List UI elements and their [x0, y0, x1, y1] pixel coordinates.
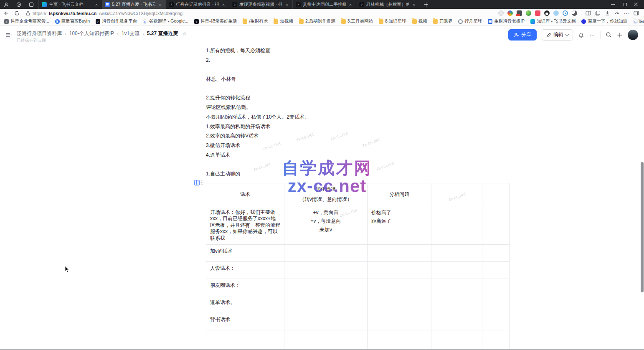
doc-paragraph[interactable]: 林总、小林哥 — [206, 74, 509, 84]
browser-tab[interactable]: 主页 - 飞书云文档 — [38, 0, 102, 9]
doc-paragraph[interactable]: 3.微信开场话术 — [206, 141, 509, 150]
search-icon[interactable] — [606, 32, 612, 38]
doc-more-icon[interactable] — [589, 32, 595, 38]
table-cell[interactable] — [431, 279, 482, 296]
table-cell[interactable] — [482, 296, 510, 313]
table-cell[interactable] — [482, 206, 510, 245]
edit-mode-button[interactable]: 编辑 — [542, 29, 573, 41]
table-cell[interactable] — [482, 245, 510, 262]
extension-icon-blue[interactable] — [553, 10, 559, 16]
table-cell[interactable]: 背书话术 — [206, 313, 284, 330]
doc-paragraph[interactable]: 4.逼单话术 — [206, 150, 509, 160]
table-cell[interactable] — [431, 296, 482, 313]
table-cell[interactable] — [284, 262, 368, 279]
table-cell[interactable] — [482, 262, 510, 279]
table-cell[interactable] — [368, 296, 431, 313]
bookmark-item[interactable]: 抖音创作服务平台 — [96, 18, 137, 24]
notification-bell-icon[interactable] — [578, 32, 584, 38]
tab-close-icon[interactable] — [94, 2, 99, 7]
maximize-button[interactable] — [619, 0, 631, 9]
extension-icon-red-badge[interactable] — [517, 10, 522, 16]
table-cell[interactable] — [431, 330, 482, 339]
doc-paragraph[interactable]: 评论区线索私信戳。 — [206, 103, 509, 112]
table-cell[interactable] — [206, 339, 284, 350]
favorite-star-icon[interactable]: ☆ — [182, 30, 187, 37]
browser-tab[interactable]: 贵州中达同创二手挖机的抖音 - — [292, 0, 356, 9]
tab-search-icon[interactable] — [28, 2, 34, 8]
bookmark-item[interactable]: 视频 — [412, 18, 427, 24]
browser-tab[interactable]: 君林机械（林标军）的抖音 - 抖... — [356, 0, 419, 9]
table-cell[interactable]: 人设话术： — [206, 262, 284, 279]
bookmark-item[interactable]: 百度一下，你就知道 — [581, 18, 627, 24]
tab-close-icon[interactable] — [348, 2, 353, 7]
page-scrollbar[interactable] — [641, 162, 644, 292]
doc-paragraph[interactable]: 2.提升你的转化流程 — [206, 93, 509, 103]
table-cell[interactable] — [368, 339, 431, 350]
table-cell[interactable] — [482, 313, 510, 330]
refresh-icon[interactable] — [14, 10, 20, 16]
bookmark-item[interactable]: 开眼界 — [433, 18, 453, 24]
table-cell[interactable] — [431, 262, 482, 279]
browser-essentials-icon[interactable] — [614, 10, 620, 16]
doc-paragraph[interactable] — [206, 65, 509, 74]
extension-icon-target[interactable] — [563, 10, 568, 16]
tab-close-icon[interactable] — [284, 2, 289, 7]
doc-paragraph[interactable]: 2. — [206, 56, 509, 65]
table-cell[interactable] — [431, 245, 482, 262]
bookmark-item[interactable]: 3.工具类网站 — [341, 18, 373, 24]
browser-avatar-icon[interactable] — [498, 10, 504, 16]
doc-paragraph[interactable]: 1.自己主动聊的 — [206, 169, 509, 179]
table-cell[interactable] — [284, 339, 368, 350]
table-cell[interactable]: +v，意向高 +v，每没意向 未加v — [284, 206, 368, 245]
bookmark-item[interactable]: 巨量百应Buyin — [55, 18, 90, 24]
bookmark-item[interactable]: 短视频 — [274, 18, 293, 24]
breadcrumb-item[interactable]: 1v1交流 — [122, 30, 139, 37]
doc-paragraph[interactable]: 1.效率最高的私戳的开场话术 — [206, 122, 509, 132]
download-icon[interactable] — [604, 10, 610, 16]
tab-close-icon[interactable] — [411, 2, 416, 7]
table-cell[interactable] — [368, 279, 431, 296]
doc-paragraph[interactable] — [206, 160, 509, 169]
doc-paragraph[interactable]: 1.所有的挖机，每天必须检查 — [206, 46, 509, 56]
bookmarks-overflow-icon[interactable] — [636, 19, 641, 23]
address-bar[interactable]: https://lspknkwu7b.feishu.cn/wiki/CZ1YwN… — [26, 11, 183, 16]
extension-icon-colorwheel[interactable] — [507, 10, 513, 16]
bookmark-item[interactable]: 行舟星球 — [458, 18, 482, 24]
table-cell[interactable] — [431, 313, 482, 330]
table-cell[interactable] — [284, 313, 368, 330]
table-cell[interactable] — [368, 262, 431, 279]
document-canvas[interactable]: 1.所有的挖机，每天必须检查 2. 林总、小林哥 2.提升你的转化流程 评论区线… — [0, 45, 644, 350]
table-cell[interactable] — [431, 339, 482, 350]
extension-icon-pink[interactable] — [535, 10, 540, 16]
bookmark-item[interactable]: 2.后期制作资源 — [299, 18, 335, 24]
table-cell[interactable]: 加v的话术 — [206, 245, 284, 262]
table-cell[interactable] — [482, 183, 510, 206]
bookmark-item[interactable]: 谷歌翻译 - Google... — [143, 18, 188, 24]
table-cell[interactable]: 价格高了 距离远了 — [368, 206, 431, 245]
tab-close-icon[interactable] — [157, 2, 162, 7]
bookmark-item[interactable]: 生财抖音老板IP — [488, 18, 525, 24]
extension-icon-panda[interactable] — [544, 10, 550, 16]
sidebar-toggle-icon[interactable] — [6, 32, 12, 38]
new-tab-button[interactable] — [422, 0, 430, 9]
table-cell[interactable] — [482, 330, 510, 339]
bookmark-item[interactable]: /生财有术 — [243, 18, 268, 24]
workspaces-icon[interactable] — [16, 2, 22, 8]
table-cell[interactable]: 转化情况 （转v情况、意向情况） — [284, 183, 368, 206]
share-button[interactable]: 分享 — [508, 29, 537, 41]
dark-mode-icon[interactable] — [572, 10, 577, 16]
breadcrumb-item[interactable]: 100-个人知识付费IP — [69, 30, 114, 37]
user-avatar[interactable] — [628, 30, 638, 40]
table-cell[interactable] — [431, 183, 482, 206]
table-cell[interactable] — [482, 279, 510, 296]
table-cell[interactable]: 话术 — [206, 183, 284, 206]
table-cell[interactable] — [284, 245, 368, 262]
table-cell[interactable] — [368, 245, 431, 262]
close-window-button[interactable] — [631, 0, 644, 9]
bookmark-item[interactable]: 8.知识星球 — [379, 18, 406, 24]
table-cell[interactable] — [284, 279, 368, 296]
split-screen-icon[interactable] — [585, 10, 591, 16]
table-cell[interactable] — [368, 313, 431, 330]
bookmark-item[interactable]: 知识库 - 飞书云文档 — [530, 18, 576, 24]
tab-close-icon[interactable] — [221, 2, 226, 7]
